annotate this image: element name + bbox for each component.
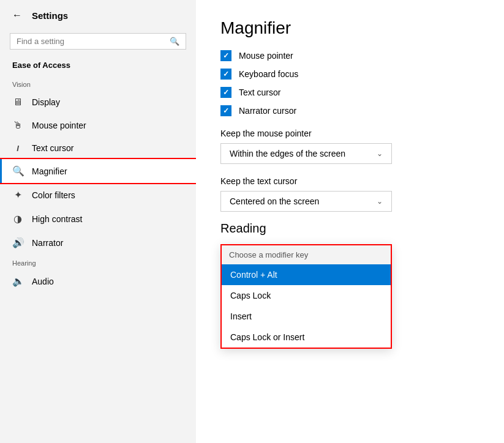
sidebar-item-high-contrast[interactable]: ◑ High contrast [0,207,196,231]
sidebar-item-label-text-cursor: Text cursor [32,143,73,153]
page-title: Magnifier [220,18,480,38]
sidebar-item-narrator[interactable]: 🔊 Narrator [0,231,196,255]
sidebar-title: Settings [32,10,68,21]
checkbox-keyboard-focus: Keyboard focus [220,69,480,80]
mouse-pointer-icon: 🖱 [12,120,23,131]
sidebar-item-label-color-filters: Color filters [32,190,75,200]
checkbox-text-cursor: Text cursor [220,87,480,98]
sidebar-item-label-mouse: Mouse pointer [32,121,86,130]
checkbox-mouse-pointer-icon[interactable] [220,50,231,61]
sidebar-item-label-display: Display [32,97,60,107]
modifier-option-caps-or-insert[interactable]: Caps Lock or Insert [222,327,391,348]
keep-cursor-dropdown[interactable]: Centered on the screen ⌄ [220,191,392,212]
checkbox-narrator-cursor-label: Narrator cursor [239,106,296,116]
checkbox-keyboard-focus-label: Keyboard focus [239,69,298,79]
main-content: Magnifier Mouse pointer Keyboard focus T… [196,0,504,443]
sidebar-item-display[interactable]: 🖥 Display [0,91,196,114]
magnifier-icon: 🔍 [12,165,23,177]
checkbox-mouse-pointer-label: Mouse pointer [239,51,293,61]
sidebar: ← Settings 🔍 Ease of Access Vision 🖥 Dis… [0,0,196,443]
sidebar-item-label-high-contrast: High contrast [32,214,82,224]
reading-title: Reading [220,222,480,236]
color-filters-icon: ✦ [12,189,23,201]
display-icon: 🖥 [12,97,23,108]
text-cursor-icon: I [12,144,23,153]
chevron-down-icon-2: ⌄ [377,197,383,206]
narrator-icon: 🔊 [12,237,23,248]
sidebar-item-audio[interactable]: 🔈 Audio [0,269,196,293]
search-input[interactable] [17,37,165,46]
checkbox-mouse-pointer: Mouse pointer [220,50,480,61]
sidebar-header: ← Settings [0,0,196,31]
sidebar-item-label-audio: Audio [32,277,54,286]
sidebar-item-magnifier[interactable]: 🔍 Magnifier [0,159,196,183]
modifier-option-insert[interactable]: Insert [222,306,391,327]
modifier-option-ctrl-alt[interactable]: Control + Alt [222,264,391,285]
back-button[interactable]: ← [10,7,24,23]
sidebar-item-color-filters[interactable]: ✦ Color filters [0,183,196,207]
keep-cursor-section: Keep the text cursor Centered on the scr… [220,176,480,212]
keep-mouse-label: Keep the mouse pointer [220,128,480,138]
checkbox-text-cursor-label: Text cursor [239,87,280,97]
search-icon: 🔍 [170,37,179,46]
checkbox-text-cursor-icon[interactable] [220,87,231,98]
modifier-key-label: Choose a modifier key [222,245,391,264]
search-box[interactable]: 🔍 [10,33,186,50]
section-hearing-label: Hearing [0,255,196,269]
chevron-down-icon: ⌄ [377,149,383,158]
checkbox-narrator-cursor: Narrator cursor [220,105,480,116]
modifier-option-caps-lock[interactable]: Caps Lock [222,285,391,306]
breadcrumb: Ease of Access [0,57,196,76]
high-contrast-icon: ◑ [12,213,23,225]
checkbox-keyboard-focus-icon[interactable] [220,69,231,80]
keep-mouse-section: Keep the mouse pointer Within the edges … [220,128,480,164]
keep-mouse-value: Within the edges of the screen [230,149,345,158]
sidebar-item-label-magnifier: Magnifier [32,166,67,176]
keep-cursor-value: Centered on the screen [230,196,319,206]
sidebar-item-mouse-pointer[interactable]: 🖱 Mouse pointer [0,114,196,137]
section-vision-label: Vision [0,76,196,91]
keep-cursor-label: Keep the text cursor [220,176,480,186]
modifier-key-dropdown[interactable]: Choose a modifier key Control + Alt Caps… [220,244,392,349]
sidebar-item-label-narrator: Narrator [32,238,63,248]
sidebar-item-text-cursor[interactable]: I Text cursor [0,137,196,159]
audio-icon: 🔈 [12,275,23,287]
checkbox-narrator-cursor-icon[interactable] [220,105,231,116]
keep-mouse-dropdown[interactable]: Within the edges of the screen ⌄ [220,143,392,164]
